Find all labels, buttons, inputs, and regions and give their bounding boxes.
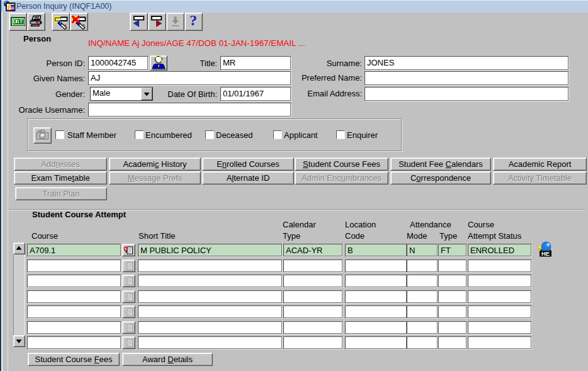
svg-text:HE: HE (541, 250, 550, 257)
svg-text:D: D (124, 245, 128, 252)
